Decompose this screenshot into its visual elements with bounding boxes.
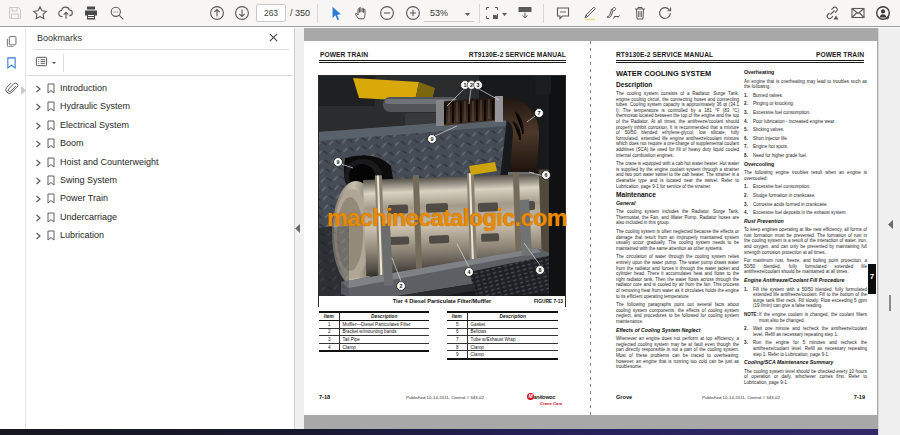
- svg-text:4: 4: [468, 269, 471, 275]
- svg-text:3: 3: [477, 82, 480, 88]
- svg-text:9: 9: [431, 136, 434, 142]
- svg-text:7: 7: [538, 110, 541, 116]
- svg-text:2: 2: [470, 82, 473, 88]
- svg-text:8: 8: [539, 267, 542, 273]
- svg-text:9: 9: [337, 159, 340, 165]
- svg-text:2: 2: [400, 283, 403, 289]
- svg-text:1: 1: [464, 82, 467, 88]
- svg-text:6: 6: [545, 172, 548, 178]
